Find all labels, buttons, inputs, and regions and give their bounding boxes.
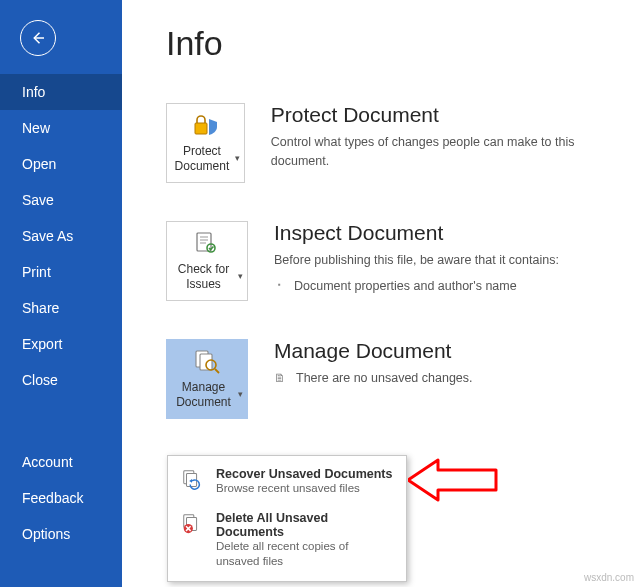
protect-document-section: Protect Document Control what types of c… <box>271 103 620 171</box>
unsaved-changes-row: 🗎 There are no unsaved changes. <box>274 369 473 388</box>
manage-document-section: Manage Document 🗎 There are no unsaved c… <box>274 339 473 388</box>
watermark-text: wsxdn.com <box>584 572 634 583</box>
protect-document-desc: Control what types of changes people can… <box>271 133 620 171</box>
delete-all-unsaved-documents-item[interactable]: Delete All Unsaved Documents Delete all … <box>168 504 406 577</box>
recover-menu-title: Recover Unsaved Documents <box>216 467 394 481</box>
backstage-sidebar: Info New Open Save Save As Print Share E… <box>0 0 122 587</box>
sidebar-item-export[interactable]: Export <box>0 326 122 362</box>
chevron-down-icon: ▾ <box>238 389 243 400</box>
sidebar-item-save[interactable]: Save <box>0 182 122 218</box>
protect-document-tile[interactable]: Protect Document ▾ <box>166 103 245 183</box>
manage-document-icon <box>193 348 221 376</box>
protect-document-row: Protect Document ▾ Protect Document Cont… <box>166 103 620 183</box>
unsaved-changes-text: There are no unsaved changes. <box>296 369 473 388</box>
inspect-document-row: Check for Issues ▾ Inspect Document Befo… <box>166 221 620 301</box>
check-for-issues-tile-label: Check for Issues <box>171 262 236 292</box>
sidebar-item-close[interactable]: Close <box>0 362 122 398</box>
delete-documents-icon <box>180 511 204 570</box>
chevron-down-icon: ▾ <box>235 153 240 164</box>
inspect-document-icon <box>193 230 221 258</box>
recover-documents-icon <box>180 467 204 497</box>
sidebar-item-account[interactable]: Account <box>0 444 122 480</box>
manage-document-title: Manage Document <box>274 339 473 363</box>
recover-unsaved-documents-item[interactable]: Recover Unsaved Documents Browse recent … <box>168 460 406 504</box>
sidebar-item-print[interactable]: Print <box>0 254 122 290</box>
inspect-bullet-item: Document properties and author's name <box>274 276 559 296</box>
protect-document-title: Protect Document <box>271 103 620 127</box>
back-arrow-icon <box>29 29 47 47</box>
inspect-document-title: Inspect Document <box>274 221 559 245</box>
page-title: Info <box>166 24 620 63</box>
back-button[interactable] <box>20 20 56 56</box>
delete-menu-sub: Delete all recent copies of unsaved file… <box>216 539 394 570</box>
manage-document-tile-label: Manage Document <box>171 380 236 410</box>
chevron-down-icon: ▾ <box>238 271 243 282</box>
manage-document-row: Manage Document ▾ Manage Document 🗎 Ther… <box>166 339 620 419</box>
check-for-issues-tile[interactable]: Check for Issues ▾ <box>166 221 248 301</box>
sidebar-item-info[interactable]: Info <box>0 74 122 110</box>
inspect-document-section: Inspect Document Before publishing this … <box>274 221 559 296</box>
svg-rect-1 <box>195 123 207 134</box>
sidebar-item-share[interactable]: Share <box>0 290 122 326</box>
inspect-document-desc: Before publishing this file, be aware th… <box>274 251 559 270</box>
protect-document-tile-label: Protect Document <box>171 144 233 174</box>
sidebar-item-open[interactable]: Open <box>0 146 122 182</box>
sidebar-item-feedback[interactable]: Feedback <box>0 480 122 516</box>
sidebar-item-save-as[interactable]: Save As <box>0 218 122 254</box>
sidebar-item-options[interactable]: Options <box>0 516 122 552</box>
manage-document-tile[interactable]: Manage Document ▾ <box>166 339 248 419</box>
lock-shield-icon <box>191 112 219 140</box>
inspect-bullet-list: Document properties and author's name <box>274 276 559 296</box>
manage-document-menu: Recover Unsaved Documents Browse recent … <box>167 455 407 582</box>
svg-line-10 <box>215 369 219 373</box>
document-icon: 🗎 <box>274 371 286 385</box>
sidebar-item-new[interactable]: New <box>0 110 122 146</box>
recover-menu-sub: Browse recent unsaved files <box>216 481 394 497</box>
delete-menu-title: Delete All Unsaved Documents <box>216 511 394 539</box>
